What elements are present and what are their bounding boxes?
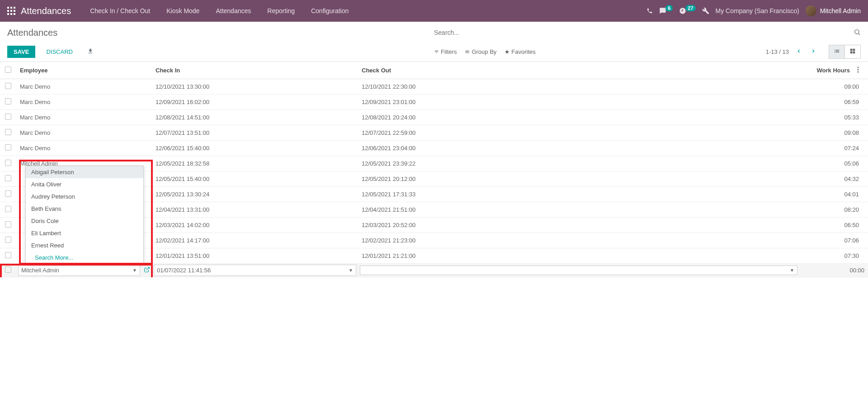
svg-rect-7 bbox=[10, 13, 12, 15]
svg-rect-6 bbox=[7, 13, 9, 15]
company-selector[interactable]: My Company (San Francisco) bbox=[716, 7, 799, 14]
svg-rect-1 bbox=[10, 7, 12, 9]
app-title[interactable]: Attendances bbox=[21, 6, 71, 16]
debug-icon[interactable] bbox=[702, 7, 709, 14]
row-checkbox[interactable] bbox=[5, 98, 11, 104]
row-checkbox[interactable] bbox=[5, 129, 11, 135]
row-checkbox[interactable] bbox=[5, 252, 11, 258]
page-title: Attendances bbox=[7, 28, 434, 38]
row-checkbox[interactable] bbox=[5, 206, 11, 212]
table-row[interactable]: Marc Demo 12/10/2021 13:30:00 12/10/2021… bbox=[0, 79, 868, 95]
svg-point-9 bbox=[855, 29, 859, 33]
view-kanban-button[interactable] bbox=[844, 45, 861, 59]
svg-point-16 bbox=[858, 69, 859, 71]
header-workhours[interactable]: Work Hours bbox=[799, 62, 854, 79]
header-checkout[interactable]: Check Out bbox=[358, 62, 799, 79]
table-row[interactable]: Marc Demo 12/08/2021 14:51:00 12/08/2021… bbox=[0, 110, 868, 125]
cell-checkin: 12/09/2021 16:02:00 bbox=[152, 95, 358, 110]
row-checkbox[interactable] bbox=[5, 83, 11, 89]
cell-hours: 06:50 bbox=[799, 218, 868, 233]
employee-input[interactable]: Mitchell Admin ▼ bbox=[18, 265, 140, 276]
cell-employee: Marc Demo bbox=[16, 141, 152, 156]
row-checkbox[interactable] bbox=[5, 175, 11, 181]
cell-checkin: 12/02/2021 14:17:00 bbox=[152, 233, 358, 248]
cell-hours: 06:59 bbox=[799, 95, 868, 110]
navbar-menu: Check In / Check Out Kiosk Mode Attendan… bbox=[84, 0, 646, 22]
pager-prev[interactable] bbox=[794, 46, 803, 57]
dropdown-option[interactable]: Audrey Peterson bbox=[26, 190, 143, 203]
svg-point-17 bbox=[858, 71, 859, 73]
svg-rect-0 bbox=[7, 7, 9, 9]
row-checkbox[interactable] bbox=[5, 190, 11, 197]
discard-button[interactable]: DISCARD bbox=[42, 46, 76, 58]
search-input[interactable] bbox=[434, 26, 850, 39]
menu-checkin[interactable]: Check In / Check Out bbox=[84, 0, 156, 22]
cell-hours: 00:00 bbox=[799, 264, 868, 277]
table-header-row: Employee Check In Check Out Work Hours bbox=[0, 62, 868, 79]
activities-icon[interactable]: 27 bbox=[679, 7, 695, 14]
messages-badge: 6 bbox=[665, 5, 673, 11]
view-list-button[interactable] bbox=[829, 45, 844, 59]
cell-hours: 04:01 bbox=[799, 187, 868, 202]
dropdown-option[interactable]: Anita Oliver bbox=[26, 178, 143, 190]
dropdown-search-more[interactable]: Search More... bbox=[26, 252, 143, 264]
filters-button[interactable]: Filters bbox=[434, 48, 457, 55]
table-row[interactable]: Marc Demo 12/06/2021 15:40:00 12/06/2021… bbox=[0, 141, 868, 156]
favorites-button[interactable]: Favorites bbox=[505, 48, 535, 55]
attendances-table: Employee Check In Check Out Work Hours M… bbox=[0, 62, 868, 277]
groupby-icon bbox=[465, 49, 470, 54]
edit-row[interactable]: Mitchell Admin ▼ 01/07/2022 11:41:56 ▼ ▼… bbox=[0, 264, 868, 277]
menu-kiosk[interactable]: Kiosk Mode bbox=[160, 0, 206, 22]
menu-configuration[interactable]: Configuration bbox=[305, 0, 355, 22]
apps-icon[interactable] bbox=[7, 7, 15, 15]
row-checkbox[interactable] bbox=[5, 114, 11, 120]
cell-checkout: 12/09/2021 23:01:00 bbox=[358, 95, 799, 110]
search-bar bbox=[434, 26, 861, 39]
cell-checkout: 12/08/2021 20:24:00 bbox=[358, 110, 799, 125]
header-employee[interactable]: Employee bbox=[16, 62, 152, 79]
row-checkbox[interactable] bbox=[5, 266, 11, 273]
phone-icon[interactable] bbox=[646, 8, 653, 14]
download-button[interactable] bbox=[84, 45, 97, 58]
menu-reporting[interactable]: Reporting bbox=[261, 0, 301, 22]
dropdown-option[interactable]: Ernest Reed bbox=[26, 239, 143, 252]
cell-hours: 07:06 bbox=[799, 233, 868, 248]
pager-next[interactable] bbox=[809, 46, 818, 57]
messages-icon[interactable]: 6 bbox=[659, 7, 673, 14]
dropdown-option[interactable]: Abigail Peterson bbox=[26, 166, 143, 178]
checkout-input[interactable]: ▼ bbox=[360, 266, 797, 275]
cell-checkout: 12/02/2021 21:23:00 bbox=[358, 233, 799, 248]
save-button[interactable]: SAVE bbox=[7, 46, 35, 58]
row-checkbox[interactable] bbox=[5, 237, 11, 243]
pager-text[interactable]: 1-13 / 13 bbox=[766, 48, 789, 55]
table-row[interactable]: Marc Demo 12/09/2021 16:02:00 12/09/2021… bbox=[0, 95, 868, 110]
table-row[interactable]: Marc Demo 12/07/2021 13:51:00 12/07/2021… bbox=[0, 125, 868, 141]
svg-rect-3 bbox=[7, 10, 9, 12]
header-checkin[interactable]: Check In bbox=[152, 62, 358, 79]
cell-hours: 07:24 bbox=[799, 141, 868, 156]
cell-hours: 04:32 bbox=[799, 171, 868, 187]
dropdown-option[interactable]: Eli Lambert bbox=[26, 227, 143, 239]
dropdown-option[interactable]: Doris Cole bbox=[26, 215, 143, 227]
checkin-input[interactable]: 01/07/2022 11:41:56 ▼ bbox=[154, 265, 356, 276]
external-link-icon[interactable] bbox=[144, 266, 150, 274]
svg-point-15 bbox=[858, 67, 859, 68]
row-checkbox[interactable] bbox=[5, 221, 11, 228]
select-all-checkbox[interactable] bbox=[5, 66, 11, 73]
svg-line-18 bbox=[146, 267, 149, 270]
svg-rect-4 bbox=[10, 10, 12, 12]
user-menu[interactable]: Mitchell Admin bbox=[806, 5, 861, 16]
dropdown-option[interactable]: Beth Evans bbox=[26, 203, 143, 215]
cell-hours: 05:33 bbox=[799, 110, 868, 125]
filter-icon bbox=[434, 49, 439, 54]
svg-rect-12 bbox=[853, 48, 855, 51]
table-options[interactable] bbox=[854, 62, 868, 79]
cell-checkin: 12/07/2021 13:51:00 bbox=[152, 125, 358, 141]
row-checkbox[interactable] bbox=[5, 144, 11, 151]
cell-checkout: 12/04/2021 21:51:00 bbox=[358, 202, 799, 218]
cell-employee: Marc Demo bbox=[16, 95, 152, 110]
groupby-button[interactable]: Group By bbox=[465, 48, 496, 55]
row-checkbox[interactable] bbox=[5, 160, 11, 166]
menu-attendances[interactable]: Attendances bbox=[209, 0, 257, 22]
search-icon[interactable] bbox=[854, 28, 861, 37]
